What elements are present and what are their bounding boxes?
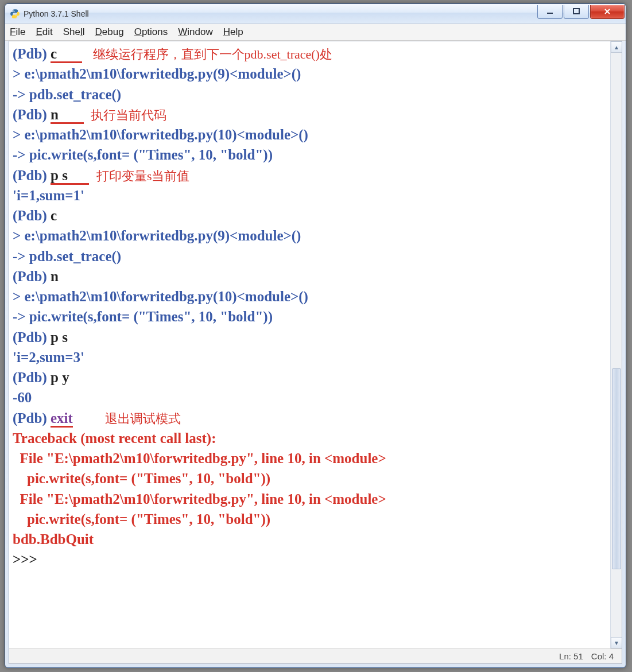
window-title: Python 3.7.1 Shell [24,9,537,18]
annotation-n: 执行当前代码 [91,108,166,122]
status-line: Ln: 51 [559,651,583,661]
scroll-down-button[interactable]: ▼ [611,637,622,648]
statusbar: Ln: 51 Col: 4 [9,648,622,663]
repl-prompt: >>> [13,551,41,567]
cmd-n: n [51,107,59,124]
scroll-up-button[interactable]: ▲ [611,41,622,53]
output-settrace: -> pdb.set_trace() [13,87,121,102]
scroll-thumb[interactable] [612,368,621,569]
python-icon [10,9,20,19]
annotation-exit: 退出调试模式 [105,411,181,426]
output-write2: -> pic.write(s,font= ("Times", 10, "bold… [13,309,273,324]
output-loc9b: > e:\pmath2\m10\forwritedbg.py(9)<module… [13,228,301,243]
pdb-prompt: (Pdb) [13,410,51,426]
output-y: -60 [13,390,32,405]
pdb-prompt: (Pdb) [13,269,51,284]
maximize-button[interactable] [564,5,589,19]
output-loc10b: > e:\pmath2\m10\forwritedbg.py(10)<modul… [13,289,308,304]
menu-debug[interactable]: Debug [95,26,124,38]
pdb-prompt: (Pdb) [13,208,51,223]
traceback-line2: pic.write(s,font= ("Times", 10, "bold")) [13,511,270,527]
menu-edit[interactable]: Edit [36,26,52,38]
pdb-prompt: (Pdb) [13,370,51,385]
cmd-c: c [51,46,57,63]
output-s1: 'i=1,sum=1' [13,188,84,203]
pdb-prompt: (Pdb) [13,329,51,345]
pdb-prompt: (Pdb) [13,168,51,183]
traceback-quit: bdb.BdbQuit [13,531,94,547]
cmd-exit: exit [51,410,73,428]
traceback-header: Traceback (most recent call last): [13,430,216,446]
window-controls [537,5,625,19]
output-write: -> pic.write(s,font= ("Times", 10, "bold… [13,147,273,162]
annotation-ps: 打印变量s当前值 [96,169,190,183]
close-button[interactable] [590,5,625,19]
cmd-ps: p s [51,168,68,185]
menu-file[interactable]: File [10,26,25,38]
cmd-ps2: p s [51,329,68,345]
output-settrace2: -> pdb.set_trace() [13,248,121,264]
output-loc9: > e:\pmath2\m10\forwritedbg.py(9)<module… [13,66,301,81]
status-col: Col: 4 [591,651,614,661]
idle-window: Python 3.7.1 Shell File Edit Shell Debug… [5,3,626,668]
menu-window[interactable]: Window [178,26,212,38]
cmd-py: p y [51,370,69,385]
svg-rect-1 [573,9,579,14]
svg-rect-0 [547,13,553,14]
client-area: (Pdb) c 继续运行程序，直到下一个pdb.set_trace()处 > e… [9,41,622,664]
cmd-c2: c [51,208,57,223]
output-loc10: > e:\pmath2\m10\forwritedbg.py(10)<modul… [13,127,308,142]
menu-help[interactable]: Help [223,26,243,38]
output-s2: 'i=2,sum=3' [13,349,84,365]
traceback-line1: pic.write(s,font= ("Times", 10, "bold")) [13,471,270,486]
pdb-prompt: (Pdb) [13,107,51,122]
cmd-n2: n [51,269,59,284]
menu-shell[interactable]: Shell [63,26,85,38]
traceback-file1: File "E:\pmath2\m10\forwritedbg.py", lin… [13,450,386,466]
pdb-prompt: (Pdb) [13,46,51,61]
menubar: File Edit Shell Debug Options Window Hel… [5,24,626,41]
menu-options[interactable]: Options [134,26,168,38]
vertical-scrollbar[interactable]: ▲ ▼ [610,41,622,648]
minimize-button[interactable] [537,5,563,19]
traceback-file2: File "E:\pmath2\m10\forwritedbg.py", lin… [13,491,386,507]
shell-editor[interactable]: (Pdb) c 继续运行程序，直到下一个pdb.set_trace()处 > e… [9,41,610,648]
annotation-c: 继续运行程序，直到下一个pdb.set_trace()处 [93,47,332,61]
editor-wrap: (Pdb) c 继续运行程序，直到下一个pdb.set_trace()处 > e… [9,41,622,648]
titlebar[interactable]: Python 3.7.1 Shell [5,4,626,24]
